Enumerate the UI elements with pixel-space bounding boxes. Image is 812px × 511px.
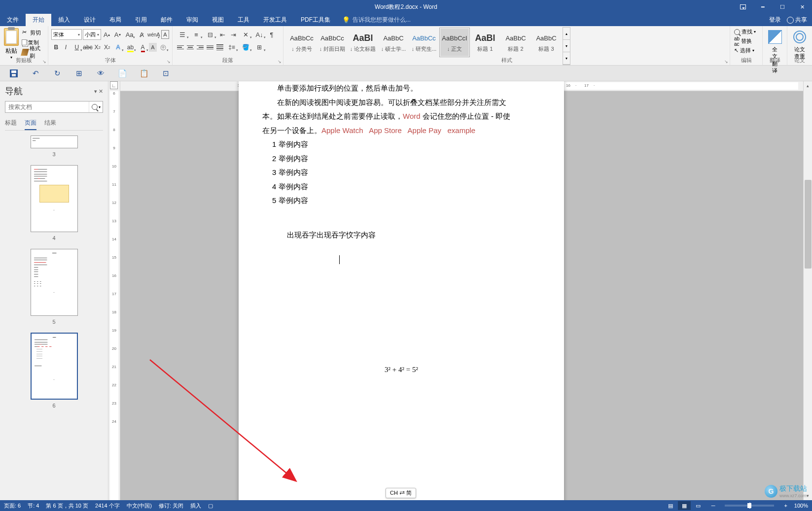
paragraph-launcher-icon[interactable]: ↘ — [278, 59, 282, 64]
bold-button[interactable]: B — [51, 42, 61, 53]
vertical-scrollbar[interactable]: ▴ ▾ — [803, 81, 812, 500]
font-color-button[interactable]: A — [137, 42, 149, 53]
subscript-button[interactable]: X2 — [93, 42, 103, 53]
thumbnail-page-6[interactable]: ━━━━━━━━━━━━━━━━━━━━━━━━━━━━━━━━━━━━━━━━… — [31, 333, 78, 400]
nav-search-input[interactable] — [5, 102, 89, 112]
align-left-button[interactable] — [176, 42, 185, 53]
print-layout-button[interactable]: ▦ — [678, 501, 691, 510]
decrease-indent-button[interactable]: ⇤ — [217, 29, 228, 40]
status-track-changes[interactable]: 修订: 关闭 — [159, 502, 183, 510]
qat-button-7[interactable]: 📋 — [139, 68, 149, 78]
tab-tools[interactable]: 工具 — [231, 14, 256, 26]
style-item[interactable]: AaBbCc↓ 分类号 — [286, 28, 317, 57]
read-mode-button[interactable]: ▤ — [664, 501, 677, 510]
style-item[interactable]: AaBbC↓ 硕士学... — [378, 28, 409, 57]
justify-button[interactable] — [205, 42, 215, 53]
scroll-up-button[interactable]: ▴ — [804, 81, 812, 90]
zoom-in-button[interactable]: + — [784, 503, 787, 509]
borders-button[interactable]: ⊞ — [252, 42, 266, 53]
thumbnail-page-4[interactable]: ━━━━━━━━━━━━━━━━━━━━━━━━━━━━━━━━━━━━━━━━… — [31, 165, 78, 232]
qat-button-8[interactable]: ⊡ — [161, 68, 171, 78]
character-shading-button[interactable]: A — [149, 43, 157, 52]
thesis-check-button[interactable]: 论文 查重 — [790, 27, 809, 60]
tab-mailings[interactable]: 邮件 — [154, 14, 179, 26]
status-section[interactable]: 节: 4 — [28, 502, 39, 510]
show-marks-button[interactable]: ¶ — [266, 29, 277, 40]
login-link[interactable]: 登录 — [769, 16, 781, 24]
nav-tab-pages[interactable]: 页面 — [25, 117, 36, 130]
cut-button[interactable]: ✂剪切 — [22, 28, 45, 37]
align-right-button[interactable] — [195, 42, 205, 53]
character-border-button[interactable]: A — [161, 30, 169, 39]
styles-launcher-icon[interactable]: ↘ — [724, 59, 728, 64]
tab-home[interactable]: 开始 — [26, 14, 51, 26]
text-effects-button[interactable]: A — [112, 42, 124, 53]
tab-references[interactable]: 引用 — [128, 14, 154, 26]
tab-selector[interactable]: ∟ — [110, 81, 118, 89]
style-item[interactable]: AaBbCcI↓ 正文 — [439, 28, 470, 57]
nav-tab-results[interactable]: 结果 — [44, 117, 56, 130]
style-item[interactable]: AaBbCc↓ 封面日期 — [317, 28, 348, 57]
status-word-count[interactable]: 2414 个字 — [95, 502, 120, 510]
nav-pane-options[interactable]: ▾ ✕ — [94, 88, 103, 95]
style-item[interactable]: AaBl标题 1 — [470, 28, 500, 57]
replace-button[interactable]: abac替换 — [733, 36, 759, 46]
underline-button[interactable]: U — [71, 42, 83, 53]
qat-save-button[interactable] — [9, 68, 19, 78]
clipboard-launcher-icon[interactable]: ↘ — [42, 59, 46, 64]
status-page-of[interactable]: 第 6 页，共 10 页 — [46, 502, 88, 510]
clear-formatting-button[interactable]: A̷ — [137, 29, 146, 40]
nav-tab-headings[interactable]: 标题 — [5, 117, 17, 130]
tab-review[interactable]: 审阅 — [179, 14, 205, 26]
qat-button-5[interactable]: 👁 — [96, 68, 106, 78]
change-case-button[interactable]: Aa — [123, 29, 136, 40]
style-item[interactable]: AaBl↓ 论文标题 — [348, 28, 378, 57]
full-translate-button[interactable]: 全文 翻译 — [766, 27, 784, 74]
find-button[interactable]: 查找▾ — [733, 27, 759, 36]
nav-search-box[interactable]: ▾ — [5, 101, 103, 113]
thumbnail-page-3[interactable]: ━━━━━━━━━━ — [31, 136, 78, 148]
tab-view[interactable]: 视图 — [205, 14, 231, 26]
tab-layout[interactable]: 布局 — [103, 14, 128, 26]
thumbnail-page-5[interactable]: ━━━━━━━━━━━━━━━━━━━━━━━━━━━━━━━━━━━━━━━━… — [31, 249, 78, 316]
zoom-slider-thumb[interactable] — [747, 503, 751, 508]
zoom-level[interactable]: 100% — [794, 503, 808, 509]
status-language[interactable]: 中文(中国) — [127, 502, 152, 510]
numbering-button[interactable]: ≡ — [189, 29, 203, 40]
tab-insert[interactable]: 插入 — [51, 14, 77, 26]
maximize-button[interactable]: ☐ — [773, 0, 792, 14]
multilevel-list-button[interactable]: ⊟ — [203, 29, 217, 40]
distributed-button[interactable] — [215, 42, 225, 53]
line-spacing-button[interactable]: ‡≡ — [225, 42, 239, 53]
style-item[interactable]: AaBbC标题 2 — [500, 28, 531, 57]
font-size-combo[interactable]: 小四▾ — [83, 29, 101, 40]
font-launcher-icon[interactable]: ↘ — [167, 59, 171, 64]
tab-design[interactable]: 设计 — [77, 14, 103, 26]
style-item[interactable]: AaBbCc↓ 研究生... — [409, 28, 439, 57]
align-center-button[interactable] — [185, 42, 195, 53]
status-page[interactable]: 页面: 6 — [4, 502, 21, 510]
shrink-font-button[interactable]: A▾ — [112, 29, 122, 40]
tab-pdf[interactable]: PDF工具集 — [294, 14, 337, 26]
ribbon-display-options-icon[interactable] — [733, 0, 753, 14]
phonetic-guide-button[interactable]: wénA — [147, 29, 160, 40]
increase-indent-button[interactable]: ⇥ — [228, 29, 239, 40]
web-layout-button[interactable]: ▭ — [692, 501, 705, 510]
tab-file[interactable]: 文件 — [0, 14, 26, 26]
qat-button-6[interactable]: 📄 — [117, 68, 127, 78]
qat-button-4[interactable]: ⊞ — [74, 68, 84, 78]
zoom-out-button[interactable]: ─ — [711, 503, 715, 509]
style-item[interactable]: AaBbC标题 3 — [531, 28, 562, 57]
status-insert-mode[interactable]: 插入 — [190, 502, 201, 510]
close-button[interactable]: ✕ — [792, 0, 812, 14]
sort-button[interactable]: A↓ — [252, 29, 266, 40]
status-macro-icon[interactable]: ▢ — [208, 503, 213, 509]
enclose-characters-button[interactable]: ㊉ — [157, 42, 169, 53]
scroll-down-button[interactable]: ▾ — [804, 491, 812, 500]
vertical-ruler[interactable]: ∟ 6789101112131415161718192021222324 — [108, 81, 120, 500]
scroll-thumb[interactable] — [805, 180, 812, 269]
qat-undo-button[interactable]: ↶ — [31, 68, 40, 78]
tab-developer[interactable]: 开发工具 — [256, 14, 294, 26]
asian-layout-button[interactable]: ✕ — [239, 29, 252, 40]
shading-button[interactable]: 🪣 — [239, 42, 252, 53]
